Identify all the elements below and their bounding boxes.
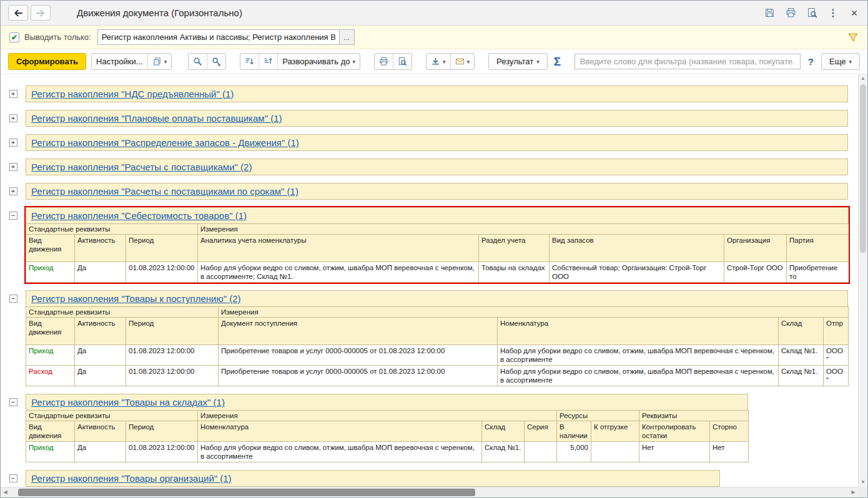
- table-row[interactable]: РасходДа01.08.2023 12:00:00Приобретение …: [26, 366, 849, 386]
- column-header: Вид движения: [26, 318, 75, 345]
- more-button[interactable]: Еще ▾: [821, 53, 860, 70]
- print-button[interactable]: [785, 7, 796, 19]
- section-header: Регистр накопления "Расчеты с поставщика…: [26, 183, 848, 200]
- expand-to-dropdown[interactable]: Разворачивать до ▾: [277, 54, 360, 69]
- column-header: Сторно: [710, 421, 749, 442]
- kebab-icon: ⋮: [828, 7, 838, 19]
- print-preview-button[interactable]: [393, 54, 412, 69]
- collapse-toggle-icon[interactable]: −: [9, 212, 17, 220]
- scroll-left-arrow[interactable]: ◀: [1, 487, 10, 497]
- table-row[interactable]: ПриходДа01.08.2023 12:00:00Набор для убо…: [26, 442, 749, 462]
- table-cell: Да: [75, 366, 126, 386]
- registers-filter-picker-button[interactable]: ...: [340, 29, 355, 45]
- tree-gutter: +: [1, 134, 26, 151]
- close-button[interactable]: ×: [849, 7, 860, 19]
- column-header: Период: [126, 318, 219, 345]
- register-section: −Регистр накопления "Себестоимость товар…: [1, 207, 867, 283]
- forward-button[interactable]: [31, 5, 51, 21]
- horizontal-scroll-thumb[interactable]: [18, 489, 475, 496]
- vertical-scroll-thumb[interactable]: [860, 84, 866, 253]
- expand-groups-button[interactable]: [259, 54, 277, 69]
- register-link[interactable]: Регистр накопления "Распределение запасо…: [31, 137, 299, 148]
- table-cell: [525, 442, 557, 462]
- column-header: Партия: [787, 235, 849, 262]
- help-button[interactable]: ?: [806, 56, 816, 67]
- result-dropdown[interactable]: Результат ▾: [488, 53, 548, 70]
- table-row[interactable]: ПриходДа01.08.2023 12:00:00Набор для убо…: [26, 262, 849, 283]
- register-link[interactable]: Регистр накопления "Товары организаций" …: [31, 473, 232, 484]
- register-link[interactable]: Регистр накопления "Расчеты с поставщика…: [31, 186, 298, 197]
- printer-icon: [786, 7, 796, 18]
- register-link[interactable]: Регистр накопления "Товары к поступлению…: [31, 293, 241, 304]
- column-header: Склад: [482, 421, 525, 442]
- collapse-groups-button[interactable]: [240, 54, 259, 69]
- report-variants-button[interactable]: ▾: [147, 54, 172, 69]
- settings-button[interactable]: Настройки...: [92, 54, 147, 69]
- export-button[interactable]: ▾: [427, 54, 450, 69]
- tree-gutter: +: [1, 183, 26, 200]
- expand-toggle-icon[interactable]: +: [9, 163, 17, 171]
- register-link[interactable]: Регистр накопления "НДС предъявленный" (…: [31, 89, 234, 99]
- print-report-button[interactable]: [375, 54, 393, 69]
- more-menu-button[interactable]: ⋮: [827, 7, 839, 19]
- output-only-checkbox[interactable]: ✔: [9, 32, 19, 42]
- table-cell: 01.08.2023 12:00:00: [126, 442, 198, 462]
- search-button[interactable]: [189, 54, 207, 69]
- expand-toggle-icon[interactable]: +: [9, 139, 17, 147]
- collapse-toggle-icon[interactable]: −: [9, 295, 17, 303]
- column-header: Вид движения: [26, 421, 75, 442]
- table-cell: Да: [75, 442, 126, 462]
- app-window: Движения документа (Горизонтально) ⋮ × ✔…: [0, 0, 868, 498]
- registers-filter-input[interactable]: [97, 29, 340, 45]
- expand-toggle-icon[interactable]: +: [9, 90, 17, 98]
- word-filter-input[interactable]: [575, 54, 801, 69]
- scroll-down-arrow[interactable]: ▼: [859, 478, 867, 487]
- tree-gutter: +: [1, 85, 26, 102]
- column-header: Склад: [779, 318, 824, 345]
- register-link[interactable]: Регистр накопления "Расчеты с поставщика…: [31, 162, 252, 172]
- section-content: Регистр накопления "Товары к поступлению…: [26, 290, 848, 386]
- section-content: Регистр накопления "Себестоимость товаро…: [26, 207, 849, 283]
- horizontal-scrollbar[interactable]: ◀ ▶: [1, 487, 858, 497]
- window-search-button[interactable]: [806, 7, 817, 19]
- search-next-button[interactable]: [207, 54, 225, 69]
- check-icon: ✔: [11, 33, 17, 42]
- table-cell: Приход: [26, 345, 75, 366]
- sum-button[interactable]: Σ: [553, 55, 562, 69]
- scroll-right-arrow[interactable]: ▶: [849, 487, 858, 497]
- chevron-down-icon: ▾: [849, 59, 852, 65]
- search-next-icon: [212, 57, 221, 66]
- register-link[interactable]: Регистр накопления "Плановые оплаты пост…: [31, 113, 282, 124]
- section-header: Регистр накопления "Распределение запасо…: [26, 134, 848, 151]
- save-button[interactable]: [764, 7, 775, 19]
- column-header: Серия: [525, 421, 557, 442]
- expand-toggle-icon[interactable]: +: [9, 187, 17, 195]
- table-row[interactable]: ПриходДа01.08.2023 12:00:00Приобретение …: [26, 345, 849, 366]
- column-header: Активность: [75, 235, 126, 262]
- group-header: Измерения: [198, 224, 849, 235]
- table-cell: ООО ": [824, 345, 849, 366]
- collapse-toggle-icon[interactable]: −: [9, 398, 17, 406]
- table-cell: Набор для уборки ведро со сливом, отжим,…: [498, 366, 779, 386]
- send-email-button[interactable]: ▾: [450, 54, 475, 69]
- register-link[interactable]: Регистр накопления "Товары на складах" (…: [31, 397, 225, 408]
- close-icon: ×: [851, 7, 858, 19]
- register-section: +Регистр накопления "Плановые оплаты пос…: [1, 110, 867, 127]
- collapse-toggle-icon[interactable]: −: [9, 474, 17, 482]
- back-button[interactable]: [8, 5, 28, 21]
- funnel-icon: [847, 32, 859, 43]
- report-variants-icon: [152, 57, 162, 66]
- scroll-up-arrow[interactable]: ▲: [859, 74, 867, 83]
- filter-settings-button[interactable]: [847, 32, 859, 43]
- printer-icon: [379, 57, 388, 66]
- search-document-icon: [807, 7, 817, 18]
- expand-to-label: Разворачивать до: [282, 57, 350, 66]
- table-cell: Набор для уборки ведро со сливом, отжим,…: [198, 442, 482, 462]
- generate-button[interactable]: Сформировать: [8, 53, 86, 70]
- register-link[interactable]: Регистр накопления "Себестоимость товаро…: [31, 210, 247, 221]
- column-header: Период: [126, 421, 198, 442]
- vertical-scrollbar[interactable]: ▲ ▼: [858, 74, 867, 487]
- column-header: Раздел учета: [479, 235, 550, 262]
- expand-toggle-icon[interactable]: +: [9, 114, 17, 122]
- register-section: −Регистр накопления "Товары к поступлени…: [1, 290, 867, 386]
